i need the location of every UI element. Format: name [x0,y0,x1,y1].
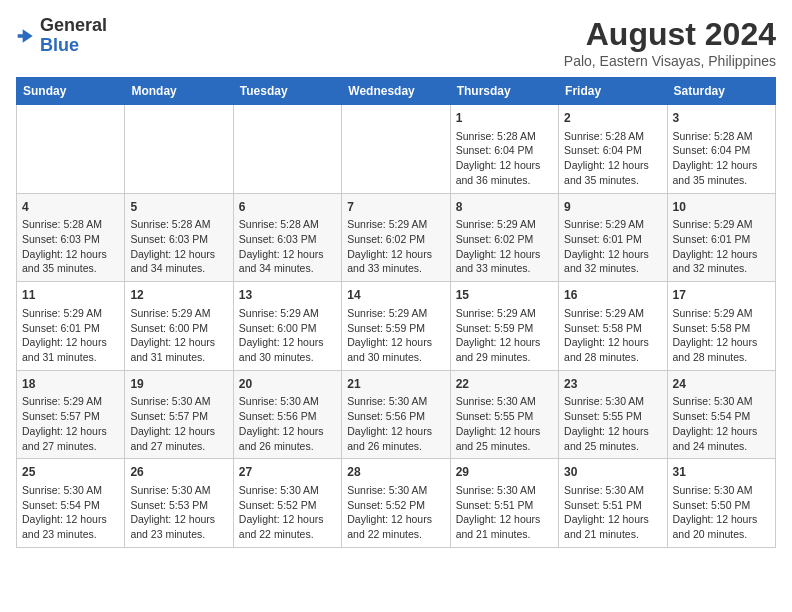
svg-marker-0 [18,29,33,42]
logo-text: General Blue [40,16,107,56]
calendar-cell [17,105,125,194]
weekday-header: Wednesday [342,78,450,105]
day-info: Sunrise: 5:30 AMSunset: 5:53 PMDaylight:… [130,483,227,542]
weekday-header: Tuesday [233,78,341,105]
day-number: 7 [347,199,444,216]
logo-icon [16,26,36,46]
calendar-cell: 14Sunrise: 5:29 AMSunset: 5:59 PMDayligh… [342,282,450,371]
day-info: Sunrise: 5:30 AMSunset: 5:55 PMDaylight:… [456,394,553,453]
day-number: 31 [673,464,770,481]
day-info: Sunrise: 5:29 AMSunset: 6:01 PMDaylight:… [673,217,770,276]
calendar-week-row: 18Sunrise: 5:29 AMSunset: 5:57 PMDayligh… [17,370,776,459]
day-number: 5 [130,199,227,216]
day-number: 29 [456,464,553,481]
day-number: 22 [456,376,553,393]
day-number: 24 [673,376,770,393]
calendar-cell: 9Sunrise: 5:29 AMSunset: 6:01 PMDaylight… [559,193,667,282]
day-number: 21 [347,376,444,393]
day-info: Sunrise: 5:29 AMSunset: 6:00 PMDaylight:… [130,306,227,365]
day-number: 19 [130,376,227,393]
day-info: Sunrise: 5:29 AMSunset: 6:01 PMDaylight:… [22,306,119,365]
day-number: 15 [456,287,553,304]
day-number: 6 [239,199,336,216]
calendar-cell [125,105,233,194]
calendar-week-row: 11Sunrise: 5:29 AMSunset: 6:01 PMDayligh… [17,282,776,371]
page-subtitle: Palo, Eastern Visayas, Philippines [564,53,776,69]
calendar-week-row: 4Sunrise: 5:28 AMSunset: 6:03 PMDaylight… [17,193,776,282]
calendar-cell: 17Sunrise: 5:29 AMSunset: 5:58 PMDayligh… [667,282,775,371]
day-number: 14 [347,287,444,304]
day-number: 4 [22,199,119,216]
day-info: Sunrise: 5:28 AMSunset: 6:03 PMDaylight:… [130,217,227,276]
day-info: Sunrise: 5:28 AMSunset: 6:04 PMDaylight:… [564,129,661,188]
calendar-cell: 12Sunrise: 5:29 AMSunset: 6:00 PMDayligh… [125,282,233,371]
calendar-cell: 5Sunrise: 5:28 AMSunset: 6:03 PMDaylight… [125,193,233,282]
calendar-cell: 20Sunrise: 5:30 AMSunset: 5:56 PMDayligh… [233,370,341,459]
calendar-cell: 7Sunrise: 5:29 AMSunset: 6:02 PMDaylight… [342,193,450,282]
day-info: Sunrise: 5:30 AMSunset: 5:50 PMDaylight:… [673,483,770,542]
day-number: 1 [456,110,553,127]
calendar-cell: 26Sunrise: 5:30 AMSunset: 5:53 PMDayligh… [125,459,233,548]
day-info: Sunrise: 5:29 AMSunset: 5:59 PMDaylight:… [347,306,444,365]
page-header: General Blue August 2024 Palo, Eastern V… [16,16,776,69]
day-number: 2 [564,110,661,127]
day-number: 26 [130,464,227,481]
day-number: 8 [456,199,553,216]
logo: General Blue [16,16,107,56]
day-info: Sunrise: 5:30 AMSunset: 5:52 PMDaylight:… [347,483,444,542]
day-number: 30 [564,464,661,481]
calendar-body: 1Sunrise: 5:28 AMSunset: 6:04 PMDaylight… [17,105,776,548]
calendar-cell: 23Sunrise: 5:30 AMSunset: 5:55 PMDayligh… [559,370,667,459]
day-info: Sunrise: 5:30 AMSunset: 5:51 PMDaylight:… [564,483,661,542]
calendar-cell [342,105,450,194]
calendar-cell: 15Sunrise: 5:29 AMSunset: 5:59 PMDayligh… [450,282,558,371]
calendar-cell: 29Sunrise: 5:30 AMSunset: 5:51 PMDayligh… [450,459,558,548]
day-info: Sunrise: 5:30 AMSunset: 5:57 PMDaylight:… [130,394,227,453]
weekday-header: Monday [125,78,233,105]
calendar-cell: 3Sunrise: 5:28 AMSunset: 6:04 PMDaylight… [667,105,775,194]
day-number: 20 [239,376,336,393]
calendar-cell: 30Sunrise: 5:30 AMSunset: 5:51 PMDayligh… [559,459,667,548]
day-number: 28 [347,464,444,481]
weekday-header: Sunday [17,78,125,105]
day-info: Sunrise: 5:29 AMSunset: 6:01 PMDaylight:… [564,217,661,276]
day-info: Sunrise: 5:29 AMSunset: 6:02 PMDaylight:… [347,217,444,276]
day-number: 25 [22,464,119,481]
day-number: 9 [564,199,661,216]
day-info: Sunrise: 5:30 AMSunset: 5:55 PMDaylight:… [564,394,661,453]
calendar-header-row: SundayMondayTuesdayWednesdayThursdayFrid… [17,78,776,105]
calendar-week-row: 25Sunrise: 5:30 AMSunset: 5:54 PMDayligh… [17,459,776,548]
page-title: August 2024 [564,16,776,53]
day-info: Sunrise: 5:28 AMSunset: 6:04 PMDaylight:… [673,129,770,188]
day-number: 23 [564,376,661,393]
day-number: 27 [239,464,336,481]
day-info: Sunrise: 5:29 AMSunset: 5:58 PMDaylight:… [673,306,770,365]
day-info: Sunrise: 5:30 AMSunset: 5:56 PMDaylight:… [239,394,336,453]
day-info: Sunrise: 5:30 AMSunset: 5:54 PMDaylight:… [22,483,119,542]
day-info: Sunrise: 5:28 AMSunset: 6:04 PMDaylight:… [456,129,553,188]
day-number: 18 [22,376,119,393]
day-info: Sunrise: 5:29 AMSunset: 5:59 PMDaylight:… [456,306,553,365]
calendar-cell: 13Sunrise: 5:29 AMSunset: 6:00 PMDayligh… [233,282,341,371]
calendar-cell: 18Sunrise: 5:29 AMSunset: 5:57 PMDayligh… [17,370,125,459]
calendar-cell: 24Sunrise: 5:30 AMSunset: 5:54 PMDayligh… [667,370,775,459]
weekday-header: Saturday [667,78,775,105]
weekday-header: Friday [559,78,667,105]
calendar-cell: 4Sunrise: 5:28 AMSunset: 6:03 PMDaylight… [17,193,125,282]
calendar-cell: 1Sunrise: 5:28 AMSunset: 6:04 PMDaylight… [450,105,558,194]
day-number: 16 [564,287,661,304]
calendar-cell: 25Sunrise: 5:30 AMSunset: 5:54 PMDayligh… [17,459,125,548]
calendar-cell: 2Sunrise: 5:28 AMSunset: 6:04 PMDaylight… [559,105,667,194]
calendar-table: SundayMondayTuesdayWednesdayThursdayFrid… [16,77,776,548]
day-info: Sunrise: 5:28 AMSunset: 6:03 PMDaylight:… [22,217,119,276]
day-number: 13 [239,287,336,304]
calendar-cell: 31Sunrise: 5:30 AMSunset: 5:50 PMDayligh… [667,459,775,548]
calendar-cell: 6Sunrise: 5:28 AMSunset: 6:03 PMDaylight… [233,193,341,282]
day-info: Sunrise: 5:30 AMSunset: 5:52 PMDaylight:… [239,483,336,542]
calendar-cell: 19Sunrise: 5:30 AMSunset: 5:57 PMDayligh… [125,370,233,459]
title-block: August 2024 Palo, Eastern Visayas, Phili… [564,16,776,69]
calendar-cell: 21Sunrise: 5:30 AMSunset: 5:56 PMDayligh… [342,370,450,459]
day-number: 17 [673,287,770,304]
calendar-cell: 27Sunrise: 5:30 AMSunset: 5:52 PMDayligh… [233,459,341,548]
calendar-cell: 28Sunrise: 5:30 AMSunset: 5:52 PMDayligh… [342,459,450,548]
